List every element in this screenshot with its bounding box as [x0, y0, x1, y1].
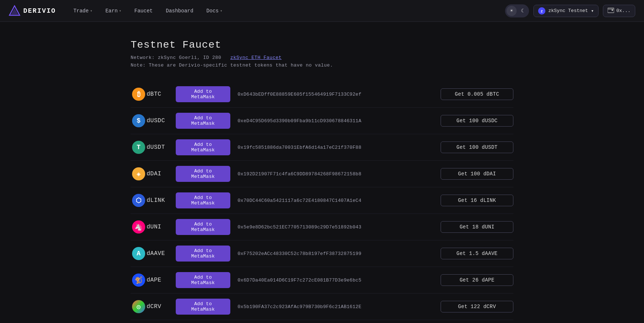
- token-list: ₿ dBTC Add to MetaMask 0xD643bEDff0E8885…: [131, 81, 513, 320]
- main-nav: Trade ▾ Earn ▾ Faucet Dashboard Docs ▾: [68, 5, 505, 17]
- token-icon-wrap: $: [131, 114, 147, 127]
- nav-docs[interactable]: Docs ▾: [200, 5, 228, 17]
- token-address: 0x70DC44C60a5421117a6c72E4180847C1407A1e…: [230, 198, 441, 203]
- token-row: ◎ dCRV Add to MetaMask 0x5b190FA37c2c923…: [131, 294, 513, 320]
- svg-rect-5: [612, 9, 613, 11]
- token-icon: ₿: [132, 88, 145, 101]
- token-icon: ⬡: [132, 194, 145, 207]
- add-to-metamask-button[interactable]: Add to MetaMask: [176, 166, 230, 182]
- network-icon: Z: [538, 7, 545, 15]
- token-row: T dUSDT Add to MetaMask 0x19fc5851886da7…: [131, 134, 513, 161]
- token-name: dBTC: [147, 91, 176, 97]
- token-address: 0xD643bEDff0E88859E605f155464919F7133C92…: [230, 92, 441, 97]
- token-row: A dAAVE Add to MetaMask 0xF75202eACc4833…: [131, 240, 513, 267]
- token-icon-wrap: 🦄: [131, 220, 147, 234]
- token-name: dUNI: [147, 224, 176, 230]
- header-right: ☀ ☾ Z zkSync Testnet ▾: [505, 4, 635, 17]
- logo-icon: [9, 5, 20, 17]
- token-icon-wrap: T: [131, 141, 147, 154]
- page-title: Testnet Faucet: [131, 39, 513, 51]
- get-token-button[interactable]: Get 1.5 dAAVE: [441, 248, 513, 259]
- token-icon: $: [132, 114, 145, 127]
- token-icon-wrap: ◈: [131, 167, 147, 180]
- add-to-metamask-button[interactable]: Add to MetaMask: [176, 272, 230, 288]
- add-to-metamask-button[interactable]: Add to MetaMask: [176, 299, 230, 315]
- token-address: 0xeD4C95D695d3390b09Fba9b11cD93067884631…: [230, 118, 441, 124]
- chevron-down-icon: ▾: [591, 8, 594, 14]
- token-icon: A: [132, 247, 145, 260]
- logo-text: DERIVIO: [23, 7, 56, 15]
- token-icon-wrap: ⬡: [131, 194, 147, 207]
- token-name: dLINK: [147, 197, 176, 204]
- token-row: ₿ dBTC Add to MetaMask 0xD643bEDff0E8885…: [131, 81, 513, 108]
- token-icon: 🐒: [132, 274, 145, 287]
- add-to-metamask-button[interactable]: Add to MetaMask: [176, 192, 230, 208]
- get-token-button[interactable]: Get 100 dUSDT: [441, 141, 513, 153]
- get-token-button[interactable]: Get 16 dLINK: [441, 195, 513, 206]
- token-address: 0x6D7Da40Ea014D6C19F7c272cE081B77D3e9e6b…: [230, 278, 441, 283]
- get-token-button[interactable]: Get 100 dDAI: [441, 168, 513, 180]
- token-icon-wrap: ₿: [131, 88, 147, 101]
- get-token-button[interactable]: Get 0.005 dBTC: [441, 88, 513, 100]
- token-icon: ◎: [132, 300, 145, 313]
- logo[interactable]: DERIVIO: [9, 5, 56, 17]
- token-name: dDAI: [147, 171, 176, 177]
- token-name: dUSDT: [147, 144, 176, 151]
- note-text: Note: These are Derivio-specific testnet…: [131, 63, 513, 68]
- token-icon-wrap: A: [131, 247, 147, 260]
- add-to-metamask-button[interactable]: Add to MetaMask: [176, 219, 230, 235]
- get-token-button[interactable]: Get 18 dUNI: [441, 221, 513, 233]
- token-icon-wrap: ◎: [131, 300, 147, 313]
- main-content: Testnet Faucet Network: zkSync Goerli, I…: [122, 22, 522, 323]
- token-row: $ dUSDC Add to MetaMask 0xeD4C95D695d339…: [131, 108, 513, 134]
- token-icon: 🦄: [132, 220, 145, 234]
- chevron-down-icon: ▾: [90, 9, 92, 13]
- get-token-button[interactable]: Get 26 dAPE: [441, 274, 513, 286]
- add-to-metamask-button[interactable]: Add to MetaMask: [176, 113, 230, 129]
- svg-rect-4: [608, 8, 614, 13]
- zksync-icon: Z: [539, 8, 544, 13]
- moon-icon: ☾: [521, 8, 524, 14]
- token-address: 0x5e9e8D62bc521EC7705713089c29D7e51892b0…: [230, 224, 441, 230]
- svg-text:Z: Z: [541, 10, 542, 13]
- token-name: dAAVE: [147, 250, 176, 257]
- token-address: 0x192D21907F71c4fa6C9DD89784268F98672158…: [230, 171, 441, 177]
- network-selector[interactable]: Z zkSync Testnet ▾: [533, 5, 599, 17]
- token-name: dAPE: [147, 277, 176, 283]
- token-name: dUSDC: [147, 117, 176, 124]
- token-address: 0x5b190FA37c2c923AfAc979B730b9F6c21AB161…: [230, 304, 441, 310]
- token-icon: T: [132, 141, 145, 154]
- token-icon-wrap: 🐒: [131, 274, 147, 287]
- token-icon: ◈: [132, 167, 145, 180]
- theme-light-button[interactable]: ☀: [506, 6, 517, 16]
- nav-trade[interactable]: Trade ▾: [68, 5, 98, 17]
- add-to-metamask-button[interactable]: Add to MetaMask: [176, 246, 230, 262]
- theme-dark-button[interactable]: ☾: [517, 6, 528, 16]
- chevron-down-icon: ▾: [220, 9, 222, 13]
- nav-dashboard[interactable]: Dashboard: [160, 5, 199, 17]
- nav-faucet[interactable]: Faucet: [128, 5, 158, 17]
- add-to-metamask-button[interactable]: Add to MetaMask: [176, 86, 230, 102]
- theme-toggle[interactable]: ☀ ☾: [505, 4, 529, 17]
- wallet-button[interactable]: 0x...: [603, 5, 635, 17]
- token-address: 0xF75202eACc48330C52c78b8197efF387328751…: [230, 251, 441, 256]
- sun-icon: ☀: [510, 8, 513, 14]
- nav-earn[interactable]: Earn ▾: [100, 5, 127, 17]
- add-to-metamask-button[interactable]: Add to MetaMask: [176, 139, 230, 155]
- get-token-button[interactable]: Get 122 dCRV: [441, 301, 513, 312]
- token-row: 🐒 dAPE Add to MetaMask 0x6D7Da40Ea014D6C…: [131, 267, 513, 294]
- wallet-icon: [608, 7, 614, 15]
- token-name: dCRV: [147, 303, 176, 310]
- token-row: ◈ dDAI Add to MetaMask 0x192D21907F71c4f…: [131, 161, 513, 187]
- get-token-button[interactable]: Get 100 dUSDC: [441, 115, 513, 127]
- network-info: Network: zkSync Goerli, ID 280 zkSync ET…: [131, 55, 513, 60]
- faucet-link[interactable]: zkSync ETH Faucet: [230, 55, 282, 60]
- token-address: 0x19fc5851886da70031EbfA6d14a17eC21f370F…: [230, 145, 441, 150]
- chevron-down-icon: ▾: [119, 9, 121, 13]
- token-row: 🦄 dUNI Add to MetaMask 0x5e9e8D62bc521EC…: [131, 214, 513, 240]
- site-header: DERIVIO Trade ▾ Earn ▾ Faucet Dashboard …: [0, 0, 644, 22]
- token-row: ⬡ dLINK Add to MetaMask 0x70DC44C60a5421…: [131, 187, 513, 214]
